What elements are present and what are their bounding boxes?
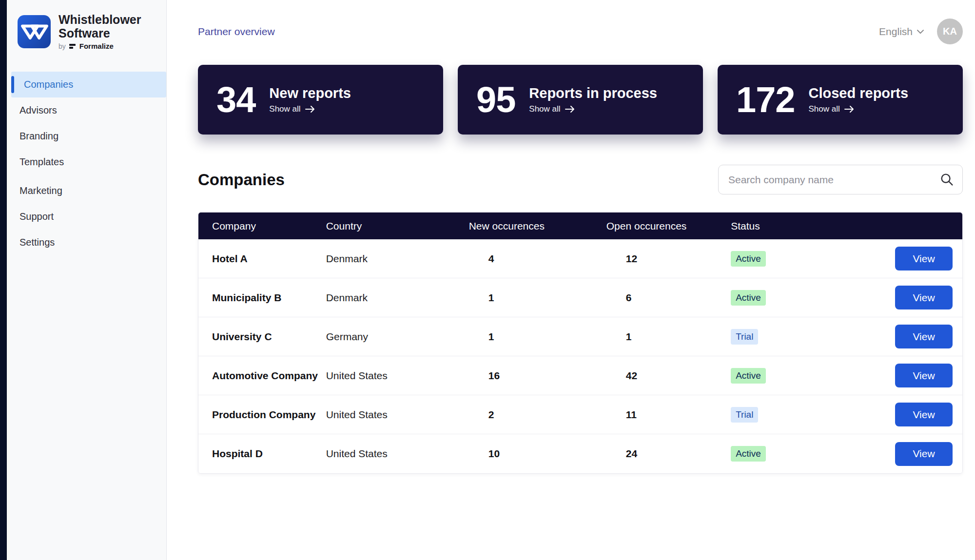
- sidebar-item-label: Support: [20, 211, 54, 222]
- sidebar-item-label: Advisors: [20, 105, 57, 116]
- open-occurences-cell: 12: [606, 253, 731, 265]
- open-occurences-cell: 1: [606, 331, 731, 343]
- country-cell: Denmark: [326, 253, 469, 265]
- action-cell: View: [877, 364, 962, 387]
- stat-text: Closed reports Show all: [808, 85, 908, 114]
- column-header-company: Company: [198, 220, 326, 232]
- stat-card-reports-in-process[interactable]: 95 Reports in process Show all: [458, 65, 703, 135]
- sidebar-item-marketing[interactable]: Marketing: [7, 178, 166, 204]
- show-all-link[interactable]: Show all: [808, 104, 908, 114]
- arrow-right-icon: [305, 106, 315, 113]
- view-button[interactable]: View: [895, 325, 953, 348]
- company-cell: Hospital D: [198, 448, 326, 460]
- sidebar-item-support[interactable]: Support: [7, 204, 166, 230]
- breadcrumb[interactable]: Partner overview: [198, 26, 275, 38]
- company-cell: Hotel A: [198, 253, 326, 265]
- country-cell: United States: [326, 370, 469, 382]
- sidebar-item-label: Settings: [20, 237, 55, 248]
- topbar: Partner overview English KA: [198, 19, 963, 44]
- main-content: Partner overview English KA 34 New repor…: [167, 0, 975, 560]
- brand-name-line1: Whistleblower: [58, 13, 141, 26]
- sidebar-item-label: Companies: [24, 79, 73, 90]
- new-occurences-cell: 1: [469, 331, 606, 343]
- status-badge: Active: [731, 251, 766, 267]
- status-badge: Active: [731, 368, 766, 384]
- status-cell: Active: [731, 446, 877, 462]
- brand-name: Whistleblower Software by Formalize: [58, 13, 141, 50]
- show-all-label: Show all: [269, 104, 300, 114]
- avatar[interactable]: KA: [937, 19, 963, 44]
- sidebar-item-label: Templates: [20, 156, 64, 168]
- sidebar-item-companies[interactable]: Companies: [11, 72, 166, 97]
- status-badge: Trial: [731, 407, 758, 423]
- language-selector[interactable]: English: [879, 26, 924, 38]
- stat-value: 172: [736, 79, 795, 120]
- sidebar-item-templates[interactable]: Templates: [7, 149, 166, 175]
- stat-card-new-reports[interactable]: 34 New reports Show all: [198, 65, 443, 135]
- sidebar-nav: Companies Advisors Branding Templates Ma…: [7, 72, 166, 255]
- table-header: Company Country New occurences Open occu…: [198, 212, 962, 239]
- column-header-open-occurences: Open occurences: [606, 220, 731, 232]
- view-button[interactable]: View: [895, 247, 953, 270]
- action-cell: View: [877, 442, 962, 466]
- active-indicator-bar: [11, 76, 14, 93]
- sidebar-item-advisors[interactable]: Advisors: [7, 97, 166, 123]
- sidebar: Whistleblower Software by Formalize Comp…: [7, 0, 167, 560]
- table-row: Hotel A Denmark 4 12 Active View: [198, 239, 962, 278]
- arrow-right-icon: [565, 106, 575, 113]
- table-row: Automotive Company United States 16 42 A…: [198, 356, 962, 395]
- window-edge-strip: [0, 0, 7, 560]
- stat-text: New reports Show all: [269, 85, 351, 114]
- column-header-country: Country: [326, 220, 469, 232]
- status-cell: Trial: [731, 329, 877, 345]
- show-all-label: Show all: [529, 104, 560, 114]
- action-cell: View: [877, 325, 962, 348]
- arrow-right-icon: [844, 106, 854, 113]
- sidebar-item-settings[interactable]: Settings: [7, 230, 166, 255]
- status-badge: Active: [731, 446, 766, 462]
- stat-title: New reports: [269, 85, 351, 101]
- status-cell: Active: [731, 290, 877, 306]
- language-label: English: [879, 26, 913, 38]
- stat-title: Reports in process: [529, 85, 657, 101]
- show-all-link[interactable]: Show all: [529, 104, 657, 114]
- stat-value: 34: [216, 79, 255, 120]
- topbar-right: English KA: [879, 19, 963, 44]
- new-occurences-cell: 1: [469, 292, 606, 304]
- table-row: University C Germany 1 1 Trial View: [198, 317, 962, 356]
- show-all-link[interactable]: Show all: [269, 104, 351, 114]
- brand-name-line2: Software: [58, 26, 141, 40]
- new-occurences-cell: 4: [469, 253, 606, 265]
- company-cell: University C: [198, 331, 326, 343]
- column-header-new-occurences: New occurences: [469, 220, 606, 232]
- search-box: [718, 165, 963, 194]
- table-row: Production Company United States 2 11 Tr…: [198, 395, 962, 434]
- status-cell: Trial: [731, 407, 877, 423]
- new-occurences-cell: 2: [469, 409, 606, 421]
- whistleblower-logo-icon: [18, 15, 51, 48]
- action-cell: View: [877, 247, 962, 270]
- search-icon[interactable]: [940, 173, 954, 187]
- sidebar-item-label: Marketing: [20, 185, 62, 196]
- country-cell: Denmark: [326, 292, 469, 304]
- open-occurences-cell: 6: [606, 292, 731, 304]
- status-cell: Active: [731, 251, 877, 267]
- stat-card-closed-reports[interactable]: 172 Closed reports Show all: [718, 65, 963, 135]
- companies-section-header: Companies: [198, 165, 963, 194]
- view-button[interactable]: View: [895, 364, 953, 387]
- action-cell: View: [877, 286, 962, 309]
- view-button[interactable]: View: [895, 286, 953, 309]
- open-occurences-cell: 24: [606, 448, 731, 460]
- action-cell: View: [877, 403, 962, 426]
- column-header-status: Status: [731, 220, 877, 232]
- app-window: Whistleblower Software by Formalize Comp…: [0, 0, 975, 560]
- brand-logo: Whistleblower Software by Formalize: [7, 13, 166, 50]
- table-row: Municipality B Denmark 1 6 Active View: [198, 278, 962, 317]
- new-occurences-cell: 10: [469, 448, 606, 460]
- search-input[interactable]: [718, 165, 963, 194]
- sidebar-item-branding[interactable]: Branding: [7, 123, 166, 149]
- view-button[interactable]: View: [895, 403, 953, 426]
- stat-cards: 34 New reports Show all 95 Reports in pr…: [198, 65, 963, 135]
- stat-value: 95: [476, 79, 515, 120]
- view-button[interactable]: View: [895, 442, 953, 466]
